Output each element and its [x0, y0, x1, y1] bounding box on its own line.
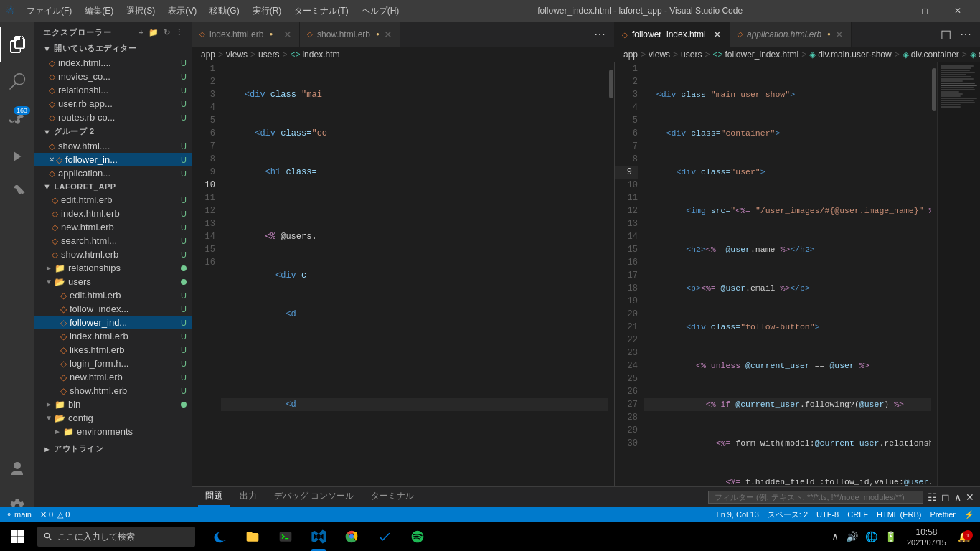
panel-tab-debug[interactable]: デバッグ コンソール: [267, 487, 361, 507]
filter-input[interactable]: [708, 491, 923, 504]
panel-tab-terminal[interactable]: ターミナル: [364, 487, 421, 507]
status-eol[interactable]: CRLF: [847, 509, 868, 520]
git-activity-icon[interactable]: 163: [0, 102, 34, 136]
panel-layout-icon[interactable]: ◻: [941, 491, 950, 503]
open-editor-item-active[interactable]: ✕ ◇ follower_in... U: [34, 153, 192, 166]
laforet-app-section[interactable]: ▼ LAFORET_APP: [34, 180, 192, 193]
taskbar-chrome[interactable]: [336, 522, 367, 551]
tray-network-icon[interactable]: 🌐: [862, 528, 880, 545]
tree-item[interactable]: ◇ likes.html.erb U: [34, 343, 192, 357]
new-folder-icon[interactable]: 📁: [149, 28, 159, 37]
open-editor-item[interactable]: ◇ user.rb app... U: [34, 97, 192, 110]
tree-item[interactable]: ◇ show.html.erb U: [34, 248, 192, 261]
tab-close-button[interactable]: ✕: [283, 29, 292, 40]
explorer-activity-icon[interactable]: [0, 27, 34, 62]
relationships-folder[interactable]: ► 📁 relationships: [34, 261, 192, 275]
tab-overflow-button[interactable]: ⋯: [591, 26, 608, 42]
tree-item[interactable]: ◇ new.html.erb U: [34, 370, 192, 384]
tree-item-active[interactable]: ◇ follower_ind... U: [34, 316, 192, 329]
panel-tab-problems[interactable]: 問題: [198, 487, 230, 507]
open-editor-item[interactable]: ◇ relationshi... U: [34, 83, 192, 97]
menu-item[interactable]: 選択(S): [121, 4, 161, 19]
menu-item[interactable]: 編集(E): [79, 4, 119, 19]
menu-item[interactable]: 表示(V): [162, 4, 202, 19]
left-tab-index[interactable]: ◇ index.html.erb ● ✕: [192, 22, 300, 47]
tray-battery-icon[interactable]: 🔋: [882, 528, 900, 545]
account-activity-icon[interactable]: [0, 452, 34, 486]
status-branch[interactable]: ⚬ main: [6, 510, 32, 519]
taskbar-search[interactable]: ここに入力して検索: [37, 527, 195, 547]
bin-folder[interactable]: ► 📁 bin: [34, 397, 192, 411]
status-spaces[interactable]: スペース: 2: [768, 509, 808, 520]
new-file-icon[interactable]: +: [139, 28, 144, 37]
taskbar-explorer[interactable]: [237, 522, 268, 551]
start-button[interactable]: [0, 522, 34, 551]
tree-item[interactable]: ◇ edit.html.erb U: [34, 193, 192, 207]
left-tab-show[interactable]: ◇ show.html.erb ● ✕: [300, 22, 400, 47]
status-encoding[interactable]: UTF-8: [816, 509, 839, 520]
search-activity-icon[interactable]: [0, 65, 34, 99]
tree-item[interactable]: ◇ search.html... U: [34, 234, 192, 248]
collapse-icon[interactable]: ⋮: [175, 28, 184, 37]
menu-item[interactable]: ヘルプ(H): [356, 4, 405, 19]
split-editor-button[interactable]: ◫: [938, 26, 954, 42]
tab-overflow-button[interactable]: ⋯: [957, 26, 974, 42]
tree-item[interactable]: ◇ login_form.h... U: [34, 357, 192, 370]
menu-item[interactable]: 実行(R): [247, 4, 288, 19]
tray-expand-icon[interactable]: ∧: [829, 528, 842, 545]
tray-volume-icon[interactable]: 🔊: [843, 528, 861, 545]
environments-folder[interactable]: ► 📁 environments: [34, 425, 192, 438]
extensions-activity-icon[interactable]: [0, 176, 34, 211]
status-errors[interactable]: ✕ 0 △ 0: [40, 510, 70, 519]
tab-close-button[interactable]: ✕: [835, 29, 844, 40]
maximize-button[interactable]: ◻: [908, 0, 941, 22]
right-tab-follower[interactable]: ◇ follower_index.html ✕: [615, 22, 730, 47]
open-editor-item[interactable]: ◇ application... U: [34, 166, 192, 180]
right-scrollbar[interactable]: [931, 62, 937, 486]
tree-item[interactable]: ◇ show.html.erb U: [34, 384, 192, 397]
config-folder[interactable]: ▼ 📂 config: [34, 411, 192, 425]
status-position[interactable]: Ln 9, Col 13: [717, 509, 759, 520]
menu-item[interactable]: 移動(G): [204, 4, 245, 19]
users-folder[interactable]: ▼ 📂 users: [34, 275, 192, 288]
right-tab-application[interactable]: ◇ application.html.erb ● ✕: [730, 22, 852, 47]
scrollbar-thumb[interactable]: [609, 70, 613, 98]
open-editor-item[interactable]: ◇ index.html.... U: [34, 56, 192, 70]
notification-center[interactable]: 🔔 1: [953, 528, 974, 545]
left-scrollbar[interactable]: [608, 62, 614, 486]
minimize-button[interactable]: –: [875, 0, 908, 22]
status-notification[interactable]: ⚡: [964, 509, 974, 520]
open-editor-item[interactable]: ◇ show.html.... U: [34, 139, 192, 153]
status-prettier[interactable]: Prettier: [930, 509, 956, 520]
close-icon[interactable]: ✕: [49, 156, 55, 164]
tree-item[interactable]: ◇ index.html.erb U: [34, 329, 192, 343]
datetime-display[interactable]: 10:58 2021/07/15: [903, 524, 951, 550]
tree-item[interactable]: ◇ follow_index... U: [34, 302, 192, 316]
tree-item[interactable]: ◇ edit.html.erb U: [34, 288, 192, 302]
taskbar-edge[interactable]: [204, 522, 235, 551]
taskbar-vscode[interactable]: [303, 522, 334, 551]
tab-close-button[interactable]: ✕: [384, 29, 392, 40]
taskbar-terminal[interactable]: [270, 522, 301, 551]
panel-up-icon[interactable]: ∧: [954, 491, 961, 503]
panel-tab-output[interactable]: 出力: [232, 487, 264, 507]
open-editors-section[interactable]: ▼ 開いているエディター: [34, 41, 192, 56]
tree-item[interactable]: ◇ new.html.erb U: [34, 220, 192, 234]
filter-icon[interactable]: ☷: [928, 491, 937, 503]
taskbar-spotify[interactable]: [402, 522, 433, 551]
refresh-icon[interactable]: ↻: [164, 28, 171, 37]
menu-item[interactable]: ターミナル(T): [288, 4, 354, 19]
close-button[interactable]: ✕: [941, 0, 974, 22]
taskbar-check[interactable]: [369, 522, 400, 551]
scrollbar-thumb[interactable]: [932, 68, 936, 111]
open-editor-item[interactable]: ◇ movies_co... U: [34, 70, 192, 83]
status-language[interactable]: HTML (ERB): [877, 509, 922, 520]
tab-close-button[interactable]: ✕: [713, 29, 722, 40]
group2-section[interactable]: ▼ グループ 2: [34, 124, 192, 139]
menu-item[interactable]: ファイル(F): [21, 4, 77, 19]
right-code-content[interactable]: <div class="main user-show"> <div class=…: [644, 62, 931, 486]
tree-item[interactable]: ◇ index.html.erb U: [34, 207, 192, 220]
panel-close-icon[interactable]: ✕: [966, 491, 974, 503]
outline-section[interactable]: ► アウトライン: [34, 441, 192, 456]
open-editor-item[interactable]: ◇ routes.rb co... U: [34, 110, 192, 124]
